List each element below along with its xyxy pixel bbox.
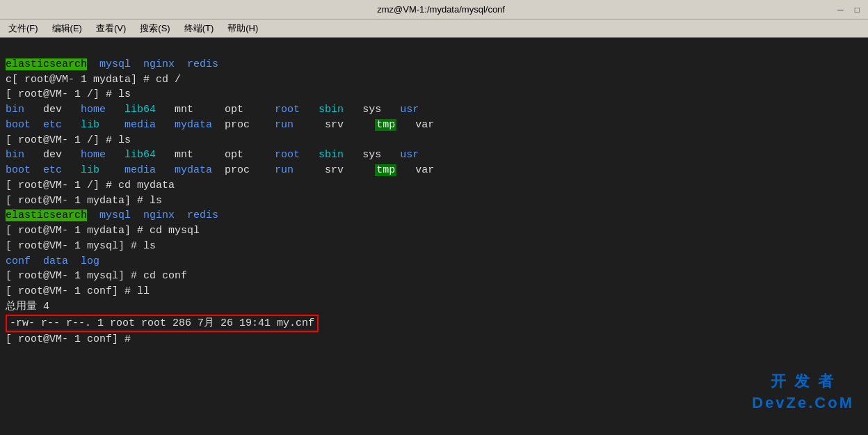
terminal-line: [ root@VM- 1 mydata] # ls [6,193,862,209]
watermark-line2: DevZe.CoM [752,393,854,414]
menubar-item[interactable]: 文件(F) [3,21,44,36]
terminal-line: boot etc lib media mydata proc run srv t… [6,163,862,178]
terminal-line: elasticsearch mysql nginx redis [6,208,862,223]
menubar-item[interactable]: 搜索(S) [134,21,175,36]
terminal-line: [ root@VM- 1 mydata] # cd mysql [6,223,862,239]
terminal-line: c[ root@VM- 1 mydata] # cd / [6,72,862,88]
titlebar-title: zmz@VM-1:/mydata/mysql/conf [47,4,835,15]
maximize-button[interactable]: □ [852,3,862,16]
terminal-line: conf data log [6,254,862,269]
highlighted-row: -rw- r-- r--. 1 root root 286 7月 26 19:4… [6,315,862,333]
titlebar-controls: ─ □ [835,3,862,16]
terminal-line: 总用量 4 [6,299,862,315]
watermark: 开 发 者 DevZe.CoM [752,371,854,414]
terminal-line: [ root@VM- 1 /] # ls [6,87,862,102]
terminal-line: bin dev home lib64 mnt opt root sbin sys… [6,102,862,118]
terminal-line: elasticsearch mysql nginx redis [6,57,862,72]
titlebar: zmz@VM-1:/mydata/mysql/conf ─ □ [0,0,868,19]
menubar-item[interactable]: 编辑(E) [47,21,88,36]
terminal-line: bin dev home lib64 mnt opt root sbin sys… [6,148,862,163]
watermark-line1: 开 发 者 [752,371,854,393]
terminal-line: boot etc lib media mydata proc run srv t… [6,118,862,133]
menubar: 文件(F)编辑(E)查看(V)搜索(S)终端(T)帮助(H) [0,19,868,38]
menubar-item[interactable]: 帮助(H) [222,21,264,36]
menubar-item[interactable]: 终端(T) [179,21,220,36]
terminal-line: [ root@VM- 1 conf] # ll [6,284,862,299]
terminal-line: [ root@VM- 1 mysql] # ls [6,239,862,254]
menubar-item[interactable]: 查看(V) [90,21,131,36]
terminal-line: [ root@VM- 1 /] # cd mydata [6,178,862,193]
minimize-button[interactable]: ─ [835,3,846,16]
terminal-line [6,42,862,57]
terminal-line: [ root@VM- 1 /] # ls [6,133,862,148]
terminal: elasticsearch mysql nginx redisc[ root@V… [0,38,868,435]
terminal-line: [ root@VM- 1 conf] # [6,332,862,347]
terminal-line: [ root@VM- 1 mysql] # cd conf [6,269,862,284]
